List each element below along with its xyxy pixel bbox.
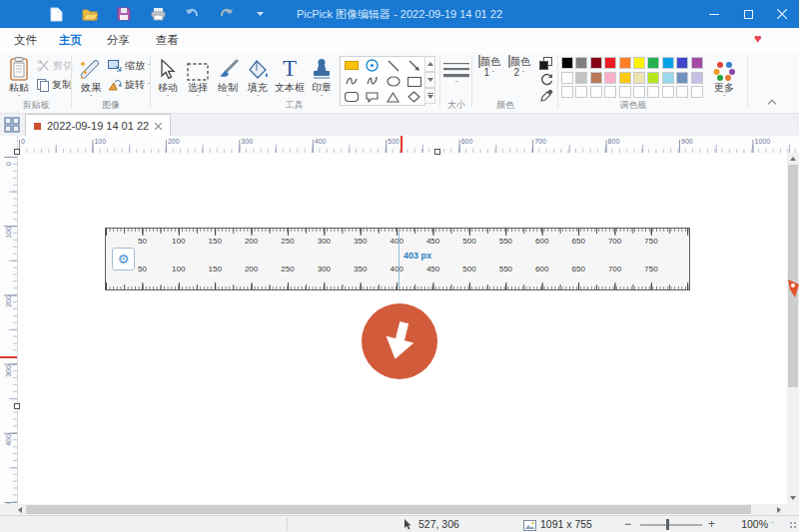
ruler-tool-number: 150 bbox=[209, 265, 222, 273]
close-tab-icon[interactable] bbox=[155, 120, 162, 132]
reset-colors-icon[interactable] bbox=[537, 72, 555, 87]
scroll-up-icon[interactable] bbox=[787, 153, 799, 165]
canvas-handle-middle-left[interactable] bbox=[14, 403, 20, 409]
palette-color[interactable] bbox=[647, 57, 659, 69]
select-tool-button[interactable]: 选择 ˇ bbox=[183, 55, 213, 100]
gallery-down-icon[interactable] bbox=[424, 72, 435, 88]
move-tool-button[interactable]: 移动 ˇ bbox=[153, 55, 183, 100]
maximize-icon[interactable] bbox=[731, 0, 765, 28]
palette-color[interactable] bbox=[647, 72, 659, 84]
zoom-in-icon[interactable]: + bbox=[708, 516, 715, 532]
scroll-right-icon[interactable] bbox=[772, 504, 785, 515]
zoom-dropdown-icon[interactable]: ˇ bbox=[771, 515, 774, 532]
palette-color[interactable] bbox=[676, 72, 688, 84]
zoom-slider-track[interactable] bbox=[640, 524, 702, 526]
palette-color[interactable] bbox=[575, 72, 587, 84]
palette-row-2 bbox=[561, 72, 703, 84]
palette-color[interactable] bbox=[590, 86, 602, 98]
tab-home[interactable]: 主页 bbox=[53, 28, 88, 55]
brush-icon bbox=[213, 55, 243, 81]
stamp-tool-button[interactable]: 印章 ˇ bbox=[307, 55, 337, 100]
more-colors-button[interactable]: 更多 ˇ bbox=[707, 55, 741, 100]
heart-icon[interactable]: ♥ bbox=[754, 31, 762, 46]
copy-button[interactable]: 复制 bbox=[37, 77, 72, 93]
palette-color[interactable] bbox=[619, 72, 631, 84]
resize-grip[interactable] bbox=[788, 520, 797, 529]
zoom-level[interactable]: 100% bbox=[736, 516, 768, 532]
shape-line[interactable] bbox=[383, 57, 403, 74]
horizontal-scrollbar[interactable] bbox=[0, 504, 799, 515]
canvas-handle-top-center[interactable] bbox=[434, 149, 440, 155]
minimize-icon[interactable] bbox=[697, 0, 731, 28]
palette-color[interactable] bbox=[590, 57, 602, 69]
palette-color[interactable] bbox=[590, 72, 602, 84]
color1-button[interactable]: 颜色 1 ˇ bbox=[475, 56, 503, 79]
vertical-scroll-thumb[interactable] bbox=[788, 165, 798, 387]
color2-button[interactable]: 颜色 2 ˇ bbox=[505, 56, 533, 79]
palette-color[interactable] bbox=[575, 57, 587, 69]
canvas[interactable]: 5010015020025030035040045050055060065070… bbox=[18, 153, 787, 504]
canvas-handle-top-left[interactable] bbox=[14, 149, 20, 155]
palette-color[interactable] bbox=[676, 86, 688, 98]
palette-color[interactable] bbox=[604, 57, 616, 69]
resize-button[interactable]: 缩放 ˇ bbox=[108, 58, 151, 74]
zoom-slider-thumb[interactable] bbox=[666, 519, 669, 530]
ruler-number: 700 bbox=[534, 138, 546, 145]
fill-tool-button[interactable]: 填充 ˇ bbox=[243, 55, 273, 100]
shape-spotlight-circle[interactable] bbox=[362, 57, 383, 74]
palette-color[interactable] bbox=[604, 86, 616, 98]
shape-arrow-line[interactable] bbox=[403, 57, 424, 74]
horizontal-scroll-thumb[interactable] bbox=[26, 505, 751, 514]
ruler-number: 600 bbox=[461, 138, 473, 145]
palette-color[interactable] bbox=[633, 86, 645, 98]
palette-color[interactable] bbox=[604, 72, 616, 84]
palette-color[interactable] bbox=[561, 57, 573, 69]
tab-view[interactable]: 查看 bbox=[150, 28, 185, 53]
cut-button[interactable]: 剪切 bbox=[37, 58, 73, 74]
shape-curve-arrow[interactable] bbox=[362, 74, 383, 89]
gallery-up-icon[interactable] bbox=[424, 56, 435, 72]
window-list-icon[interactable] bbox=[4, 117, 20, 133]
palette-color[interactable] bbox=[662, 86, 674, 98]
tab-share[interactable]: 分享 bbox=[101, 28, 136, 53]
ruler-number: 900 bbox=[681, 138, 693, 145]
palette-color[interactable] bbox=[691, 86, 703, 98]
rotate-button[interactable]: 旋转 ˇ bbox=[108, 77, 151, 93]
scroll-down-icon[interactable] bbox=[787, 492, 799, 504]
palette-color[interactable] bbox=[633, 72, 645, 84]
document-tab[interactable]: 2022-09-19 14 01 22 bbox=[25, 114, 171, 137]
shape-highlight-rectangle[interactable] bbox=[341, 57, 362, 74]
palette-color[interactable] bbox=[662, 57, 674, 69]
vertical-ruler: 0100200300400500 bbox=[0, 153, 18, 504]
tab-file[interactable]: 文件 bbox=[8, 28, 43, 53]
draw-tool-button[interactable]: 绘制 ˇ bbox=[213, 55, 243, 100]
palette-color[interactable] bbox=[691, 57, 703, 69]
close-icon[interactable] bbox=[765, 0, 799, 28]
palette-color[interactable] bbox=[561, 72, 573, 84]
palette-color[interactable] bbox=[633, 57, 645, 69]
palette-color[interactable] bbox=[676, 57, 688, 69]
ruler-tool-number: 400 bbox=[391, 237, 403, 246]
eyedropper-icon[interactable] bbox=[537, 88, 555, 103]
ruler-tool-number: 400 bbox=[391, 265, 403, 273]
paste-button[interactable]: 粘贴 ˇ bbox=[4, 55, 34, 100]
zoom-out-icon[interactable]: − bbox=[624, 516, 631, 532]
shape-ellipse[interactable] bbox=[383, 74, 403, 89]
line-size-button[interactable]: ˇ bbox=[442, 55, 470, 86]
collapse-ribbon-icon[interactable] bbox=[769, 99, 777, 107]
swap-colors-icon[interactable] bbox=[537, 56, 555, 71]
palette-color[interactable] bbox=[647, 86, 659, 98]
palette-color[interactable] bbox=[575, 86, 587, 98]
palette-color[interactable] bbox=[619, 86, 631, 98]
scroll-left-icon[interactable] bbox=[13, 504, 26, 515]
shape-rectangle[interactable] bbox=[403, 74, 424, 89]
palette-color[interactable] bbox=[619, 57, 631, 69]
palette-color[interactable] bbox=[561, 86, 573, 98]
status-bar: 527, 306 1091 x 755 − + 100% ˇ bbox=[0, 515, 799, 532]
palette-color[interactable] bbox=[662, 72, 674, 84]
textbox-tool-button[interactable]: T 文本框 bbox=[273, 55, 307, 95]
palette-color[interactable] bbox=[691, 72, 703, 84]
effects-button[interactable]: 效果 ˇ bbox=[76, 55, 106, 100]
vertical-scrollbar[interactable] bbox=[787, 153, 799, 504]
shape-curve[interactable] bbox=[341, 74, 362, 89]
